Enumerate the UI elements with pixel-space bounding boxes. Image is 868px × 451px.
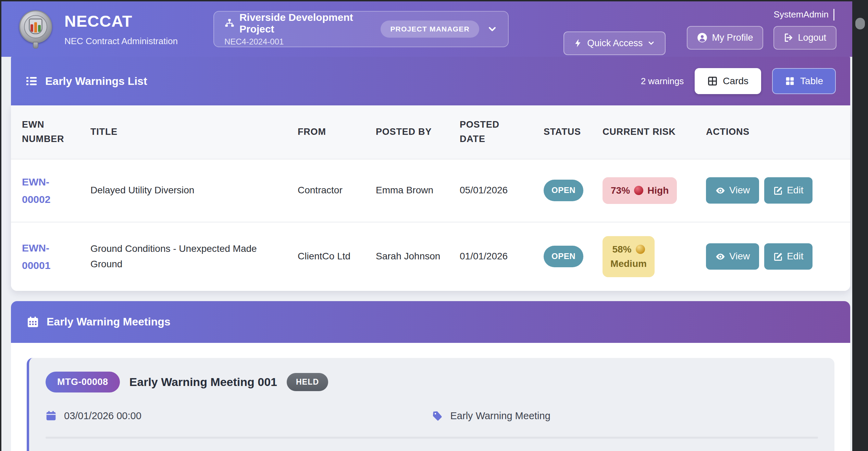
scrollbar-thumb[interactable] [855,18,865,29]
risk-badge: 58% Medium [603,236,655,277]
status-badge: OPEN [544,246,583,267]
column-header: Current Risk [603,113,706,152]
sitemap-icon [224,18,235,28]
grid-icon [785,76,795,86]
table-view-button[interactable]: Table [772,68,836,94]
meeting-status-badge: HELD [287,373,328,391]
risk-dot-icon [634,186,643,195]
grid-icon [707,76,718,86]
ewn-from: ClientCo Ltd [298,235,376,278]
app-subtitle: NEC Contract Administration [64,36,178,47]
person-circle-icon [697,33,707,43]
chevron-down-icon [647,39,655,47]
logout-icon [784,33,793,42]
project-code: NEC4-2024-001 [224,37,369,47]
early-warnings-table: EWN Number Title From Posted By Posted D… [11,105,850,291]
risk-badge: 73% High [603,177,677,204]
calendar-icon [27,316,39,328]
role-badge: PROJECT MANAGER [381,21,479,38]
table-header-row: EWN Number Title From Posted By Posted D… [11,105,850,159]
app-window: NECCAT NEC Contract Administration River… [1,1,852,451]
tag-icon [432,410,443,421]
edit-pencil-icon [773,252,783,261]
early-warnings-title: Early Warnings List [45,75,147,88]
user-divider [833,9,834,21]
meeting-datetime: 03/01/2026 00:00 [64,410,141,422]
column-header: EWN Number [22,105,90,159]
meeting-card: MTG-00008 Early Warning Meeting 001 HELD [27,358,834,451]
column-header: Status [544,113,603,152]
view-button[interactable]: View [706,243,759,270]
risk-dot-icon [636,245,645,254]
edit-pencil-icon [773,186,783,195]
ewn-posted-by: Sarah Johnson [376,235,460,278]
status-badge: OPEN [544,180,583,201]
meeting-id-badge: MTG-00008 [46,372,120,392]
project-selector[interactable]: Riverside Development Project NEC4-2024-… [213,11,509,47]
app-title: NECCAT [64,12,178,30]
meetings-section-header: Early Warning Meetings [11,301,850,343]
calendar-icon [46,410,57,421]
divider [46,437,818,439]
meetings-section: Early Warning Meetings MTG-00008 Early W… [11,301,850,451]
column-header: Posted By [376,113,460,152]
edit-button[interactable]: Edit [764,243,813,270]
neccat-logo [18,9,54,49]
table-row: EWN-00001 Ground Conditions - Unexpected… [11,222,850,291]
lightning-icon [574,38,583,48]
top-navigation-bar: NECCAT NEC Contract Administration River… [1,1,852,57]
logout-button[interactable]: Logout [773,26,836,50]
edit-button[interactable]: Edit [764,177,813,204]
meetings-body: MTG-00008 Early Warning Meeting 001 HELD [11,343,850,451]
ewn-posted-date: 05/01/2026 [460,169,544,212]
ewn-number-link[interactable]: EWN-00001 [22,226,90,288]
meeting-title: Early Warning Meeting 001 [129,375,277,389]
meeting-type-label: Early Warning Meeting [450,410,550,422]
ewn-from: Contractor [298,169,376,212]
table-row: EWN-00002 Delayed Utility Diversion Cont… [11,159,850,222]
column-header: From [298,113,376,152]
ewn-number-link[interactable]: EWN-00002 [22,159,90,222]
project-name: Riverside Development Project [239,12,369,35]
ewn-title: Ground Conditions - Unexpected Made Grou… [90,228,298,286]
list-icon [25,75,38,87]
eye-icon [715,252,726,262]
quick-access-button[interactable]: Quick Access [563,31,666,55]
chevron-down-icon [487,24,498,35]
my-profile-button[interactable]: My Profile [687,26,763,50]
column-header: Title [90,113,298,152]
meetings-title: Early Warning Meetings [47,315,171,328]
early-warnings-section-header: Early Warnings List 2 warnings Cards Tab… [11,57,850,105]
warnings-count: 2 warnings [641,76,684,87]
username-label: SystemAdmin [774,9,829,20]
view-button[interactable]: View [706,177,759,204]
eye-icon [715,185,726,196]
column-header: Posted Date [460,105,544,159]
cards-view-button[interactable]: Cards [695,68,761,94]
column-header: Actions [706,113,838,152]
ewn-title: Delayed Utility Diversion [90,169,298,212]
ewn-posted-date: 01/01/2026 [460,235,544,278]
ewn-posted-by: Emma Brown [376,169,460,212]
